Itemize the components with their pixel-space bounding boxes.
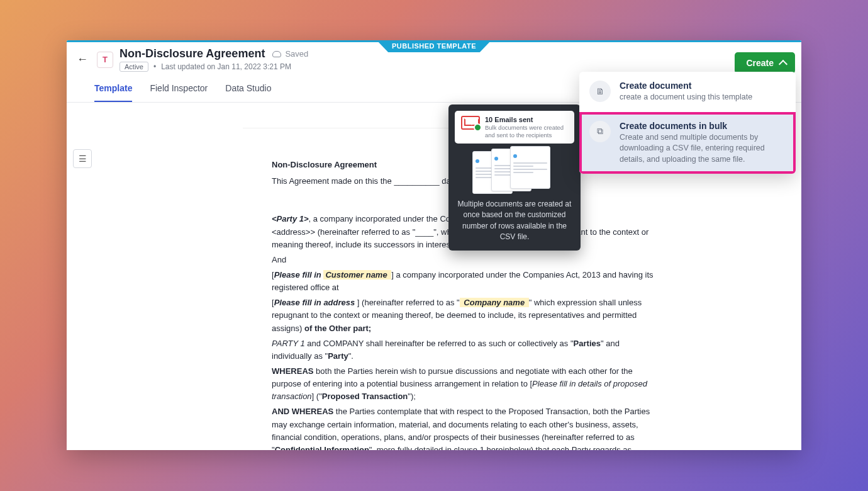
- dropdown-item-desc: Create and send multiple documents by do…: [620, 132, 786, 166]
- tab-data-studio[interactable]: Data Studio: [225, 83, 271, 102]
- app-window: PUBLISHED TEMPLATE ← T Non-Disclosure Ag…: [67, 40, 801, 450]
- create-button[interactable]: Create: [735, 52, 795, 74]
- copy-icon: ⧉: [589, 121, 611, 142]
- tooltip-text: Multiple documents are created at once b…: [455, 199, 574, 243]
- page-title: Non-Disclosure Agreement: [120, 47, 265, 60]
- back-arrow-icon[interactable]: ←: [74, 50, 91, 69]
- check-badge-icon: [474, 123, 482, 132]
- meta-dot: •: [153, 62, 156, 71]
- tab-template[interactable]: Template: [94, 83, 132, 102]
- doc-whereas: WHEREAS both the Parties herein wish to …: [272, 365, 657, 403]
- create-dropdown: 🗎 Create document create a document usin…: [579, 72, 796, 174]
- template-type-badge: T: [97, 52, 113, 68]
- tooltip-card: 10 Emails sent Bulk documents were creat…: [455, 111, 574, 144]
- doc-and: And: [272, 254, 657, 266]
- bulk-tooltip: 10 Emails sent Bulk documents were creat…: [448, 104, 581, 251]
- envelope-icon: [461, 116, 480, 130]
- document-icon: 🗎: [589, 81, 611, 102]
- doc-thumb: [510, 146, 550, 189]
- dropdown-create-bulk[interactable]: ⧉ Create documents in bulk Create and se…: [579, 112, 796, 174]
- header-bar: ← T Non-Disclosure Agreement Saved Activ…: [67, 42, 801, 72]
- dropdown-create-document[interactable]: 🗎 Create document create a document usin…: [579, 72, 796, 112]
- saved-indicator: Saved: [272, 49, 308, 59]
- saved-label: Saved: [285, 49, 308, 59]
- last-updated: Last updated on Jan 11, 2022 3:21 PM: [161, 62, 291, 71]
- cloud-icon: [272, 51, 281, 57]
- doc-parties-line: PARTY 1 and COMPANY shall hereinafter be…: [272, 337, 657, 363]
- chevron-up-icon: [779, 60, 787, 69]
- status-badge: Active: [120, 62, 148, 72]
- outline-tool-icon[interactable]: ☰: [73, 149, 92, 168]
- dropdown-item-title: Create documents in bulk: [620, 121, 786, 131]
- tooltip-thumbnails: [455, 149, 574, 193]
- tab-field-inspector[interactable]: Field Inspector: [150, 83, 208, 102]
- title-block: Non-Disclosure Agreement Saved Active • …: [120, 47, 308, 72]
- create-button-label: Create: [746, 58, 774, 68]
- tooltip-card-title: 10 Emails sent: [485, 116, 568, 124]
- doc-address-line: [Please fill in address ] (hereinafter r…: [272, 296, 657, 334]
- doc-customer-line: [Please fill in Customer name ] a compan…: [272, 269, 657, 294]
- doc-andwhereas1: AND WHEREAS the Parties contemplate that…: [272, 405, 657, 450]
- dropdown-item-desc: create a document using this template: [620, 92, 752, 103]
- tooltip-card-subtitle: Bulk documents were created and sent to …: [485, 124, 568, 138]
- dropdown-item-title: Create document: [620, 81, 752, 91]
